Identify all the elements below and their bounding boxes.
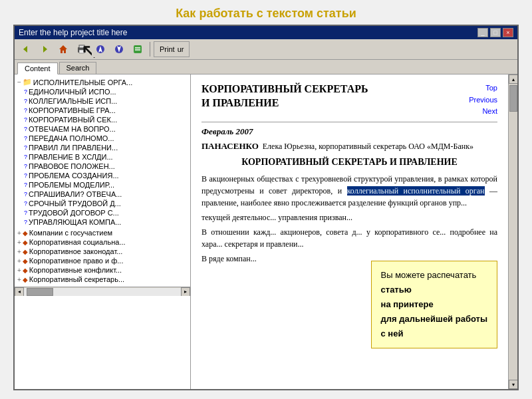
svg-marker-0 bbox=[23, 46, 27, 53]
item-label: ОТВЕЧАЕМ НА ВОПРО... bbox=[29, 125, 116, 133]
content-area: − 📁 ИСПОЛНИТЕЛЬНЫЕ ОРГА... ? ЕДИНОЛИЧНЫЙ… bbox=[15, 74, 517, 389]
tooltip-line5: с ней bbox=[381, 329, 404, 338]
list-item[interactable]: ? КОРПОРАТИВНЫЙ СЕК... bbox=[21, 115, 190, 124]
list-item[interactable]: ? ПРАВОВОЕ ПОЛОЖЕН... bbox=[21, 162, 190, 171]
nav-links: Top Previous Next bbox=[469, 82, 497, 118]
scroll-left-button[interactable]: ◂ bbox=[15, 287, 24, 297]
list-item[interactable]: ? ЕДИНОЛИЧНЫЙ ИСПО... bbox=[21, 87, 190, 96]
item-label: ПРАВОВОЕ ПОЛОЖЕН... bbox=[29, 162, 115, 170]
page-title: Как работать с текстом статьи bbox=[176, 0, 356, 25]
left-panel: − 📁 ИСПОЛНИТЕЛЬНЫЕ ОРГА... ? ЕДИНОЛИЧНЫЙ… bbox=[15, 74, 191, 296]
list-item[interactable]: ? ПЕРЕДАЧА ПОЛНОМО... bbox=[21, 134, 190, 143]
question-icon: ? bbox=[24, 163, 27, 170]
body-paragraph-2: текущей деятельнос... управления призван… bbox=[201, 211, 497, 223]
list-item[interactable]: ? СРОЧНЫЙ ТРУДОВОЙ Д... bbox=[21, 199, 190, 208]
divider bbox=[201, 122, 497, 122]
scroll-up-button[interactable]: ▴ bbox=[509, 74, 518, 84]
back-button[interactable] bbox=[17, 41, 35, 57]
list-item[interactable]: ? ПРАВЛЕНИЕ В ХСЛДИ... bbox=[21, 152, 190, 162]
print-text-button[interactable]: Print ur bbox=[154, 41, 190, 57]
doc-title-line2: И ПРАВЛЕНИЕ bbox=[201, 96, 368, 110]
top-link[interactable]: Top bbox=[469, 82, 497, 94]
help-window: Enter the help project title here _ □ × bbox=[13, 25, 519, 390]
tab-content[interactable]: Content bbox=[17, 63, 58, 74]
maximize-button[interactable]: □ bbox=[490, 28, 501, 37]
diamond-icon: ◆ bbox=[23, 276, 28, 283]
svg-marker-1 bbox=[43, 46, 47, 53]
tree-panel: − 📁 ИСПОЛНИТЕЛЬНЫЕ ОРГА... ? ЕДИНОЛИЧНЫЙ… bbox=[15, 74, 190, 287]
question-icon: ? bbox=[24, 135, 27, 142]
question-icon: ? bbox=[24, 116, 27, 123]
tooltip-line1: Вы можете распечатать bbox=[381, 270, 477, 280]
next-link[interactable]: Next bbox=[469, 106, 497, 118]
right-scrollbar: ▴ ▾ bbox=[508, 74, 517, 389]
font-larger-button[interactable] bbox=[110, 41, 128, 57]
expand-icon: + bbox=[17, 239, 21, 246]
home-button[interactable] bbox=[55, 41, 72, 57]
scroll-down-button[interactable]: ▾ bbox=[509, 380, 518, 389]
tree-folder-item[interactable]: + ◆ Компании с госучастием bbox=[15, 228, 190, 237]
font-label: ur bbox=[178, 45, 184, 53]
tree-folder-item[interactable]: + ◆ Корпоративное право и ф... bbox=[15, 256, 190, 265]
diamond-icon: ◆ bbox=[23, 267, 28, 274]
folder-label: Корпоративное право и ф... bbox=[29, 257, 124, 265]
question-icon: ? bbox=[24, 209, 27, 216]
tree-group: ? ЕДИНОЛИЧНЫЙ ИСПО... ? КОЛЛЕГИАЛЬНЫЕ ИС… bbox=[21, 87, 190, 227]
tooltip-line4: для дальнейшей работы bbox=[381, 314, 487, 324]
question-icon: ? bbox=[24, 107, 27, 114]
tree-folder-item[interactable]: + ◆ Корпоративный секретарь... bbox=[15, 275, 190, 284]
folder-label: Корпоративная социальна... bbox=[29, 238, 126, 246]
diamond-icon: ◆ bbox=[23, 257, 28, 265]
question-icon: ? bbox=[24, 144, 27, 151]
list-item[interactable]: ? УПРАВЛЯЮЩАЯ КОМПА... bbox=[21, 217, 190, 227]
scrollbar-thumb[interactable] bbox=[27, 288, 53, 296]
author-name: ПАНАСЕНКО bbox=[201, 141, 259, 151]
tree-group-header[interactable]: − 📁 ИСПОЛНИТЕЛЬНЫЕ ОРГА... bbox=[15, 77, 190, 87]
toolbar: ↖ Print ur bbox=[15, 39, 517, 60]
print-button[interactable]: ↖ bbox=[73, 41, 90, 57]
list-item[interactable]: ? ПРОБЛЕМЫ МОДЕЛИР... bbox=[21, 180, 190, 190]
folder-label: Компании с госучастием bbox=[29, 229, 112, 237]
list-item[interactable]: ? ТРУДОВОЙ ДОГОВОР С... bbox=[21, 208, 190, 217]
list-item[interactable]: ? ПРАВИЛ ЛИ ПРАВЛЕНИ... bbox=[21, 143, 190, 152]
section-title: КОРПОРАТИВНЫЙ СЕКРЕТАРЬ И ПРАВЛЕНИЕ bbox=[201, 157, 497, 168]
list-item[interactable]: ? СПРАШИВАЛИ? ОТВЕЧА... bbox=[21, 190, 190, 199]
list-item[interactable]: ? КОЛЛЕГИАЛЬНЫЕ ИСП... bbox=[21, 96, 190, 106]
expand-icon: + bbox=[17, 257, 21, 265]
previous-link[interactable]: Previous bbox=[469, 94, 497, 106]
item-label: ПЕРЕДАЧА ПОЛНОМО... bbox=[29, 134, 114, 142]
tooltip-line2: статью bbox=[381, 285, 412, 295]
scrollbar-track bbox=[24, 288, 181, 296]
close-button[interactable]: × bbox=[503, 28, 513, 37]
tooltip-box: Вы можете распечатать статью на принтере… bbox=[371, 261, 497, 348]
item-label: КОЛЛЕГИАЛЬНЫЕ ИСП... bbox=[29, 97, 117, 105]
font-smaller-button[interactable] bbox=[92, 41, 109, 57]
item-label: ПРОБЛЕМА СОЗДАНИЯ... bbox=[29, 172, 119, 180]
expand-icon: + bbox=[17, 248, 21, 255]
titlebar: Enter the help project title here _ □ × bbox=[15, 26, 517, 39]
list-item[interactable]: ? ПРОБЛЕМА СОЗДАНИЯ... bbox=[21, 171, 190, 180]
item-label: СРОЧНЫЙ ТРУДОВОЙ Д... bbox=[29, 200, 121, 207]
svg-rect-10 bbox=[134, 45, 142, 53]
minimize-button[interactable]: _ bbox=[477, 28, 488, 37]
forward-button[interactable] bbox=[36, 41, 53, 57]
collapse-icon: − bbox=[17, 78, 21, 86]
list-item[interactable]: ? ОТВЕЧАЕМ НА ВОПРО... bbox=[21, 124, 190, 134]
tree-folder-item[interactable]: + ◆ Корпоративное законодат... bbox=[15, 247, 190, 256]
doc-header: КОРПОРАТИВНЫЙ СЕКРЕТАРЬ И ПРАВЛЕНИЕ Top … bbox=[201, 82, 497, 118]
scroll-right-button[interactable]: ▸ bbox=[181, 287, 190, 297]
options-button[interactable] bbox=[129, 41, 146, 57]
question-icon: ? bbox=[24, 88, 27, 95]
question-icon: ? bbox=[24, 219, 27, 225]
scrollbar-thumb[interactable] bbox=[509, 85, 517, 112]
toolbar-separator bbox=[150, 42, 150, 57]
date-line: Февраль 2007 bbox=[201, 126, 497, 137]
item-label: ПРАВИЛ ЛИ ПРАВЛЕНИ... bbox=[29, 144, 118, 152]
print-area: ↖ bbox=[73, 41, 90, 57]
tree-folder-item[interactable]: + ◆ Корпоративные конфликт... bbox=[15, 265, 190, 275]
tab-search[interactable]: Search bbox=[59, 62, 97, 74]
folder-label: Корпоративный секретарь... bbox=[29, 275, 124, 283]
tree-folder-item[interactable]: + ◆ Корпоративная социальна... bbox=[15, 237, 190, 247]
list-item[interactable]: ? КОРПОРАТИВНЫЕ ГРА... bbox=[21, 106, 190, 115]
expand-icon: + bbox=[17, 276, 21, 283]
